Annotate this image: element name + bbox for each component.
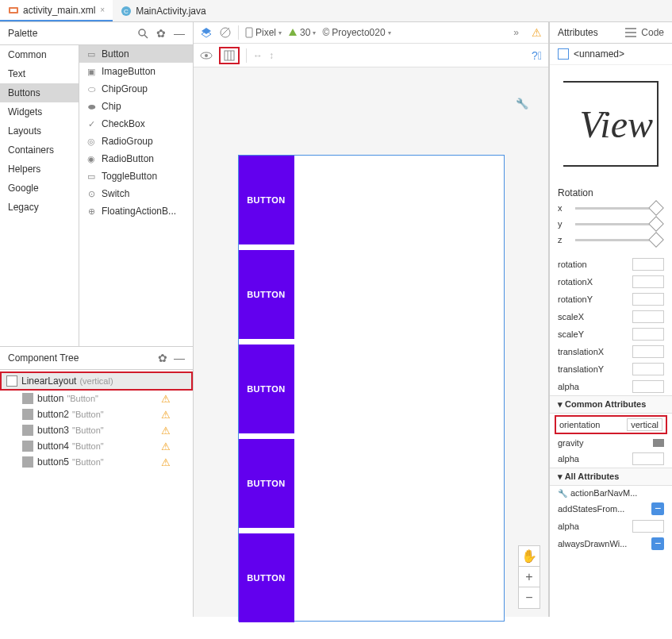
tab-main-activity[interactable]: C MainActivity.java — [113, 0, 213, 21]
attr-alpha2[interactable]: alpha — [550, 450, 672, 468]
tree-root-linearlayout[interactable]: LinearLayout (vertical) — [0, 371, 193, 391]
attr-alpha3[interactable]: alpha — [550, 518, 672, 535]
attr-scaley[interactable]: scaleY — [550, 325, 672, 343]
warning-icon[interactable]: ⚠ — [532, 26, 542, 39]
button-icon — [22, 441, 33, 452]
slider-x[interactable]: x — [558, 203, 664, 213]
category-google[interactable]: Google — [0, 179, 79, 198]
minimize-icon[interactable]: — — [174, 27, 185, 40]
warning-icon[interactable]: ⚠ — [161, 409, 171, 421]
fab-icon: ⊕ — [86, 206, 97, 217]
component-fab[interactable]: ⊕FloatingActionB... — [79, 202, 193, 220]
mock-button-2[interactable]: BUTTON — [239, 250, 294, 339]
grid-icon-highlighted[interactable] — [219, 47, 240, 64]
mock-button-1[interactable]: BUTTON — [239, 156, 294, 244]
minus-icon[interactable]: − — [651, 502, 664, 515]
attr-alpha[interactable]: alpha — [550, 378, 672, 395]
category-legacy[interactable]: Legacy — [0, 198, 79, 217]
device-selector[interactable]: Pixel▾ — [245, 27, 282, 38]
attr-actionbarnav[interactable]: actionBarNavM... — [550, 486, 672, 500]
category-text[interactable]: Text — [0, 64, 79, 83]
gear-icon[interactable]: ✿ — [156, 27, 166, 40]
minus-icon[interactable]: − — [651, 537, 664, 550]
attr-translationy[interactable]: translationY — [550, 360, 672, 378]
warning-icon[interactable]: ⚠ — [161, 441, 171, 452]
component-radiogroup[interactable]: ◎RadioGroup — [79, 133, 193, 150]
layers-icon[interactable] — [200, 26, 213, 39]
orientation-value[interactable]: vertical — [627, 418, 662, 431]
view-preview-box: View — [563, 81, 659, 167]
attr-translationx[interactable]: translationX — [550, 343, 672, 360]
warning-icon[interactable]: ⚠ — [161, 425, 171, 437]
pan-icon[interactable]: ✋ — [519, 546, 540, 567]
search-icon[interactable] — [137, 28, 148, 39]
visibility-icon[interactable] — [200, 52, 213, 60]
chipgroup-icon: ⬭ — [86, 83, 97, 94]
code-view-label[interactable]: Code — [641, 27, 664, 38]
button-icon — [22, 425, 33, 436]
category-layouts[interactable]: Layouts — [0, 121, 79, 141]
arrow-left-right-icon[interactable]: ↔ — [253, 50, 263, 61]
close-icon[interactable]: × — [100, 6, 105, 14]
palette-categories: Common Text Buttons Widgets Layouts Cont… — [0, 45, 79, 346]
attr-orientation-highlighted[interactable]: orientation vertical — [555, 415, 667, 434]
component-radiobutton[interactable]: ◉RadioButton — [79, 150, 193, 167]
warning-icon[interactable]: ⚠ — [161, 393, 171, 405]
project-selector[interactable]: ©Proyecto020▾ — [322, 27, 390, 38]
attributes-panel: Attributes <unnamed> View Rotation x y z… — [549, 22, 672, 617]
zoom-in-button[interactable]: + — [519, 567, 540, 587]
common-attributes-header[interactable]: ▾ Common Attributes — [550, 395, 672, 414]
component-imagebutton[interactable]: ▣ImageButton — [79, 63, 193, 80]
help-icon[interactable]: ?⃝ — [532, 49, 542, 62]
tree-item-button4[interactable]: button4 "Button" ⚠ — [0, 438, 193, 454]
tree-item-button5[interactable]: button5 "Button" ⚠ — [0, 454, 193, 470]
component-chip[interactable]: ⬬Chip — [79, 98, 193, 115]
device-preview[interactable]: BUTTON BUTTON BUTTON BUTTON BUTTON — [238, 155, 505, 622]
svg-line-8 — [144, 35, 148, 38]
slider-z[interactable]: z — [558, 235, 664, 244]
category-helpers[interactable]: Helpers — [0, 160, 79, 179]
slider-y[interactable]: y — [558, 219, 664, 229]
component-switch[interactable]: ⊙Switch — [79, 185, 193, 202]
component-togglebutton[interactable]: ▭ToggleButton — [79, 167, 193, 185]
category-containers[interactable]: Containers — [0, 141, 79, 160]
arrow-up-down-icon[interactable]: ↕ — [269, 50, 274, 61]
button-icon — [22, 409, 33, 420]
zoom-out-button[interactable]: − — [519, 587, 540, 608]
all-attributes-header[interactable]: ▾ All Attributes — [550, 468, 672, 486]
warning-icon[interactable]: ⚠ — [161, 456, 171, 468]
mock-button-4[interactable]: BUTTON — [239, 439, 294, 528]
menu-icon[interactable] — [625, 28, 636, 37]
component-chipgroup[interactable]: ⬭ChipGroup — [79, 80, 193, 98]
gear-icon[interactable]: ✿ — [158, 352, 167, 364]
mock-button-3[interactable]: BUTTON — [239, 345, 294, 433]
checkbox-icon: ✓ — [86, 118, 97, 129]
component-checkbox[interactable]: ✓CheckBox — [79, 115, 193, 133]
blueprint-icon[interactable] — [219, 26, 232, 39]
category-widgets[interactable]: Widgets — [0, 102, 79, 121]
tree-item-button2[interactable]: button2 "Button" ⚠ — [0, 406, 193, 422]
category-common[interactable]: Common — [0, 45, 79, 64]
category-buttons[interactable]: Buttons — [0, 83, 79, 102]
attr-rotationx[interactable]: rotationX — [550, 273, 672, 291]
tree-item-button3[interactable]: button3 "Button" ⚠ — [0, 422, 193, 438]
attr-gravity[interactable]: gravity — [550, 436, 672, 450]
svg-point-7 — [139, 29, 145, 36]
tree-item-button[interactable]: button "Button" ⚠ — [0, 391, 193, 406]
attr-addstates[interactable]: addStatesFrom...− — [550, 500, 672, 518]
svg-marker-14 — [289, 29, 297, 36]
attr-alwaysdrawn[interactable]: alwaysDrawnWi...− — [550, 535, 672, 552]
design-surface: Pixel▾ 30▾ ©Proyecto020▾ » ⚠ ↔ ↕ ?⃝ — [194, 22, 549, 617]
java-file-icon: C — [121, 6, 132, 17]
tab-label: MainActivity.java — [136, 6, 205, 17]
mock-button-5[interactable]: BUTTON — [239, 533, 294, 622]
api-selector[interactable]: 30▾ — [288, 27, 316, 38]
attr-scalex[interactable]: scaleX — [550, 308, 672, 325]
attr-rotationy[interactable]: rotationY — [550, 291, 672, 308]
component-button[interactable]: ▭Button — [79, 45, 193, 63]
tab-activity-main[interactable]: activity_main.xml × — [0, 0, 113, 21]
switch-icon: ⊙ — [86, 188, 97, 199]
more-icon[interactable]: » — [513, 27, 519, 38]
attr-rotation[interactable]: rotation — [550, 256, 672, 273]
minimize-icon[interactable]: — — [174, 352, 185, 364]
